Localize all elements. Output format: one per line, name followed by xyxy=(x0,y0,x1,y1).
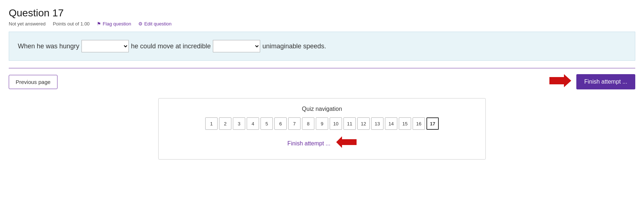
quiz-nav-number-5[interactable]: 5 xyxy=(261,117,273,130)
svg-marker-0 xyxy=(549,74,571,87)
quiz-nav-numbers: 1234567891011121314151617 xyxy=(167,117,477,130)
question-text-between: he could move at incredible xyxy=(131,41,211,52)
quiz-nav-number-16[interactable]: 16 xyxy=(413,117,425,130)
quiz-nav-title: Quiz navigation xyxy=(167,106,477,112)
nav-buttons: Previous page Finish attempt ... xyxy=(9,74,635,89)
svg-marker-1 xyxy=(336,136,357,148)
question-text-before-dropdown1: When he was hungry xyxy=(18,41,79,52)
flag-question-link[interactable]: Flag question xyxy=(97,21,131,27)
finish-attempt-bottom: Finish attempt ... xyxy=(167,136,477,150)
question-text-after: unimaginable speeds. xyxy=(262,41,326,52)
quiz-nav-number-6[interactable]: 6 xyxy=(274,117,287,130)
question-area: When he was hungry he could move at incr… xyxy=(9,32,635,61)
quiz-nav-number-13[interactable]: 13 xyxy=(371,117,383,130)
edit-question-link[interactable]: Edit question xyxy=(138,21,171,27)
quiz-nav-number-12[interactable]: 12 xyxy=(357,117,370,130)
quiz-nav-number-7[interactable]: 7 xyxy=(288,117,301,130)
quiz-nav-number-15[interactable]: 15 xyxy=(399,117,411,130)
flag-icon xyxy=(97,21,101,27)
quiz-navigation-box: Quiz navigation 123456789101112131415161… xyxy=(158,98,486,160)
arrow-right-icon xyxy=(549,74,571,89)
finish-attempt-button[interactable]: Finish attempt ... xyxy=(576,74,635,89)
dropdown-2[interactable] xyxy=(213,40,260,52)
quiz-nav-number-17[interactable]: 17 xyxy=(426,117,439,130)
previous-page-button[interactable]: Previous page xyxy=(9,75,57,89)
section-divider xyxy=(9,68,635,68)
quiz-nav-number-14[interactable]: 14 xyxy=(385,117,397,130)
arrow-bottom-icon xyxy=(336,136,357,150)
flag-label: Flag question xyxy=(103,21,131,27)
finish-attempt-link[interactable]: Finish attempt ... xyxy=(287,140,330,147)
dropdown-1[interactable] xyxy=(82,40,129,52)
question-status: Not yet answered xyxy=(9,21,45,27)
question-points: Points out of 1.00 xyxy=(53,21,90,27)
quiz-nav-number-9[interactable]: 9 xyxy=(316,117,328,130)
quiz-nav-number-10[interactable]: 10 xyxy=(330,117,342,130)
quiz-nav-number-3[interactable]: 3 xyxy=(233,117,245,130)
quiz-nav-number-1[interactable]: 1 xyxy=(205,117,218,130)
gear-icon xyxy=(138,21,143,27)
edit-label: Edit question xyxy=(144,21,171,27)
quiz-nav-number-11[interactable]: 11 xyxy=(343,117,356,130)
page-wrapper: Question 17 Not yet answered Points out … xyxy=(0,0,644,167)
question-title: Question 17 xyxy=(9,7,635,19)
finish-button-area: Finish attempt ... xyxy=(549,74,635,89)
question-meta: Not yet answered Points out of 1.00 Flag… xyxy=(9,21,635,27)
quiz-nav-number-8[interactable]: 8 xyxy=(302,117,314,130)
quiz-nav-number-4[interactable]: 4 xyxy=(247,117,259,130)
quiz-nav-number-2[interactable]: 2 xyxy=(219,117,231,130)
